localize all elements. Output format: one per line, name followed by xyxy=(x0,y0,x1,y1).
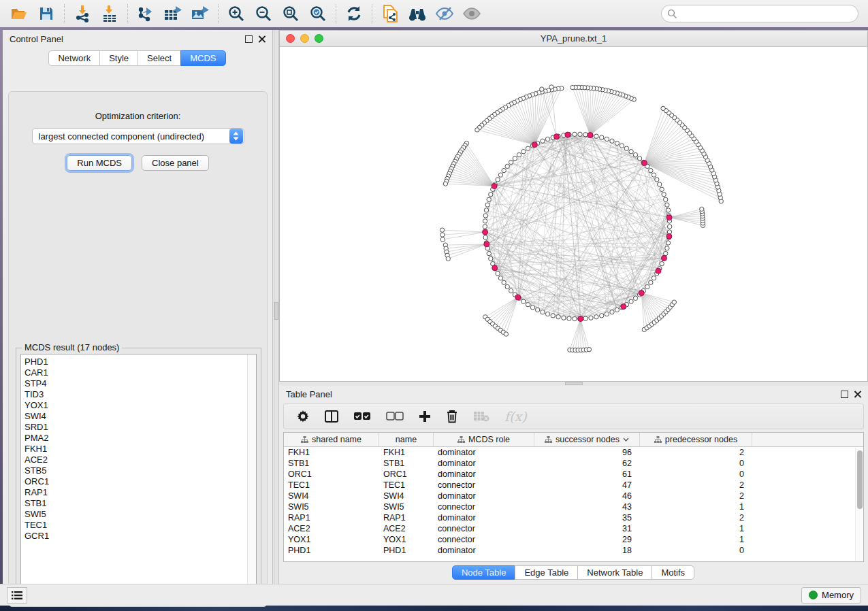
table-row[interactable]: ORC1ORC1dominator610 xyxy=(284,469,863,480)
table-row[interactable]: FKH1FKH1dominator962 xyxy=(284,447,863,458)
graph-node[interactable] xyxy=(620,144,624,148)
graph-node[interactable] xyxy=(489,257,493,261)
graph-node[interactable] xyxy=(662,193,666,197)
graph-node[interactable] xyxy=(440,237,445,242)
column-selector-icon[interactable] xyxy=(325,410,338,423)
add-column-icon[interactable] xyxy=(419,410,431,423)
close-panel-button[interactable]: Close panel xyxy=(142,155,209,171)
export-image-icon[interactable] xyxy=(187,3,214,24)
mcds-hub-node[interactable] xyxy=(565,132,570,137)
graph-node[interactable] xyxy=(583,316,588,320)
graph-node[interactable] xyxy=(605,137,609,141)
graph-node[interactable] xyxy=(496,178,500,182)
export-table-icon[interactable] xyxy=(159,3,187,24)
graph-node[interactable] xyxy=(594,315,598,319)
graph-node[interactable] xyxy=(562,316,566,320)
graph-node[interactable] xyxy=(629,150,633,154)
run-mcds-button[interactable]: Run MCDS xyxy=(67,155,132,171)
graph-node[interactable] xyxy=(567,316,571,320)
graph-node[interactable] xyxy=(610,310,614,314)
graph-node[interactable] xyxy=(496,271,500,276)
graph-node[interactable] xyxy=(549,85,553,89)
delete-column-trash-icon[interactable] xyxy=(446,410,458,423)
mcds-hub-node[interactable] xyxy=(661,255,666,261)
tab-style[interactable]: Style xyxy=(99,50,138,66)
tab-motifs[interactable]: Motifs xyxy=(652,565,694,580)
graph-node[interactable] xyxy=(658,182,662,186)
zoom-selected-icon[interactable] xyxy=(304,3,332,24)
table-row[interactable]: YOX1YOX1connector291 xyxy=(284,534,863,545)
network-graph-canvas[interactable] xyxy=(280,47,867,381)
deselect-all-icon[interactable] xyxy=(386,412,404,421)
graph-node[interactable] xyxy=(672,300,676,304)
graph-node[interactable] xyxy=(517,152,521,156)
mcds-node-item[interactable]: STB5 xyxy=(25,465,256,476)
graph-node[interactable] xyxy=(513,156,517,161)
show-all-eye-icon[interactable] xyxy=(458,3,485,24)
mcds-hub-node[interactable] xyxy=(492,183,497,188)
network-window-titlebar[interactable]: YPA_prune.txt_1 xyxy=(280,31,867,47)
graph-node[interactable] xyxy=(540,87,544,91)
graph-node[interactable] xyxy=(483,214,487,218)
graph-node[interactable] xyxy=(600,314,604,318)
graph-node[interactable] xyxy=(504,332,508,336)
graph-node[interactable] xyxy=(545,312,549,316)
mcds-hub-node[interactable] xyxy=(484,242,489,247)
search-input[interactable] xyxy=(677,9,852,19)
graph-node[interactable] xyxy=(587,348,591,352)
table-row[interactable]: SWI5SWI5connector431 xyxy=(284,501,863,512)
graph-node[interactable] xyxy=(660,261,664,265)
graph-node[interactable] xyxy=(573,316,577,320)
graph-node[interactable] xyxy=(583,133,588,137)
graph-node[interactable] xyxy=(509,160,513,164)
float-panel-icon[interactable] xyxy=(245,35,253,43)
column-header-shared-name[interactable]: shared name xyxy=(284,433,379,446)
mcds-node-item[interactable]: YOX1 xyxy=(25,400,256,411)
splitter-grip[interactable] xyxy=(274,302,278,320)
tab-network-table[interactable]: Network Table xyxy=(577,565,652,580)
graph-node[interactable] xyxy=(600,135,604,139)
mcds-node-item[interactable]: ACE2 xyxy=(25,455,256,465)
graph-node[interactable] xyxy=(521,150,526,154)
graph-node[interactable] xyxy=(530,306,534,310)
mcds-node-item[interactable]: STP4 xyxy=(25,378,256,389)
graph-node[interactable] xyxy=(570,85,575,89)
delete-table-icon[interactable] xyxy=(473,411,489,422)
mcds-node-item[interactable]: PHD1 xyxy=(25,357,256,367)
mcds-node-item[interactable]: SWI4 xyxy=(25,411,256,422)
table-row[interactable]: ACE2ACE2connector311 xyxy=(284,523,863,534)
graph-node[interactable] xyxy=(502,168,506,172)
graph-node[interactable] xyxy=(440,233,445,237)
graph-node[interactable] xyxy=(526,302,530,306)
tab-network[interactable]: Network xyxy=(48,50,100,66)
graph-node[interactable] xyxy=(483,225,487,229)
graph-node[interactable] xyxy=(545,137,549,141)
graph-node[interactable] xyxy=(505,164,509,168)
import-table-icon[interactable] xyxy=(96,3,123,24)
clone-network-icon[interactable] xyxy=(376,3,404,24)
graph-node[interactable] xyxy=(664,251,668,255)
graph-node[interactable] xyxy=(660,187,664,191)
graph-node[interactable] xyxy=(498,173,502,177)
tab-edge-table[interactable]: Edge Table xyxy=(515,565,578,580)
graph-node[interactable] xyxy=(489,193,493,197)
refresh-layout-icon[interactable] xyxy=(340,3,368,24)
graph-node[interactable] xyxy=(615,141,619,145)
graph-node[interactable] xyxy=(645,284,649,288)
column-header-name[interactable]: name xyxy=(379,433,434,446)
zoom-out-icon[interactable] xyxy=(250,3,277,24)
mcds-result-list[interactable]: PHD1CAR1STP4TID3YOX1SWI4SRD1PMA2FKH1ACE2… xyxy=(20,354,257,595)
graph-node[interactable] xyxy=(509,288,513,293)
graph-node[interactable] xyxy=(667,225,671,229)
column-header-predecessor-nodes[interactable]: predecessor nodes xyxy=(640,433,752,446)
graph-node[interactable] xyxy=(633,296,637,300)
mcds-node-item[interactable]: SWI5 xyxy=(25,509,256,520)
mcds-node-item[interactable]: TID3 xyxy=(25,389,256,400)
criterion-dropdown[interactable]: largest connected component (undirected) xyxy=(32,128,244,144)
graph-node[interactable] xyxy=(551,314,555,318)
graph-node[interactable] xyxy=(594,134,598,138)
mcds-node-item[interactable]: CAR1 xyxy=(25,367,256,378)
mcds-node-item[interactable]: TEC1 xyxy=(25,520,256,531)
graph-node[interactable] xyxy=(535,308,539,312)
graph-node[interactable] xyxy=(443,182,447,186)
